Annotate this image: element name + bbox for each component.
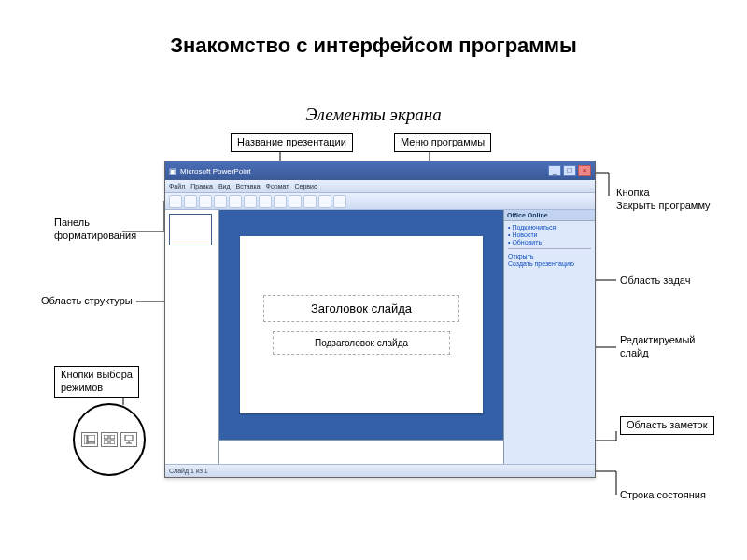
- taskpane-link[interactable]: • Новости: [508, 231, 591, 238]
- menu-bar[interactable]: Файл Правка Вид Вставка Формат Сервис: [165, 180, 595, 193]
- label-taskpane: Область задач: [620, 274, 690, 287]
- label-format-panel: Панель форматирования: [54, 217, 136, 243]
- menu-item[interactable]: Файл: [169, 183, 185, 189]
- view-normal-button[interactable]: [81, 432, 98, 447]
- menu-item[interactable]: Вставка: [236, 183, 261, 189]
- view-sorter-button[interactable]: [101, 432, 118, 447]
- app-window: ▣ Microsoft PowerPoint _ □ × Файл Правка…: [164, 161, 596, 478]
- taskpane-link[interactable]: Создать презентацию: [508, 260, 591, 267]
- slide-thumbnail[interactable]: [169, 214, 212, 245]
- toolbar-button[interactable]: [274, 195, 287, 208]
- maximize-button[interactable]: □: [563, 165, 576, 176]
- menu-item[interactable]: Правка: [190, 183, 213, 189]
- toolbar-button[interactable]: [244, 195, 257, 208]
- title-bar: ▣ Microsoft PowerPoint _ □ ×: [165, 161, 595, 180]
- svg-rect-15: [88, 435, 95, 441]
- svg-rect-14: [84, 435, 87, 444]
- outline-pane[interactable]: [165, 210, 219, 464]
- taskpane-link[interactable]: • Подключиться: [508, 224, 591, 231]
- label-program-menu: Меню программы: [394, 133, 491, 152]
- view-show-button[interactable]: [120, 432, 137, 447]
- label-notes-area: Область заметок: [620, 416, 714, 435]
- svg-rect-17: [104, 435, 108, 439]
- slide-title-placeholder[interactable]: Заголовок слайда: [263, 295, 459, 322]
- taskpane-link[interactable]: • Обновить: [508, 239, 591, 245]
- editable-slide[interactable]: Заголовок слайда Подзаголовок слайда: [240, 236, 483, 413]
- toolbar-button[interactable]: [289, 195, 302, 208]
- toolbar-button[interactable]: [184, 195, 197, 208]
- toolbar-button[interactable]: [169, 195, 182, 208]
- minimize-button[interactable]: _: [548, 165, 561, 176]
- svg-rect-18: [110, 435, 115, 439]
- toolbar-button[interactable]: [318, 195, 331, 208]
- svg-rect-19: [104, 441, 108, 444]
- notes-pane[interactable]: [219, 440, 503, 464]
- menu-item[interactable]: Вид: [218, 183, 231, 189]
- toolbar-button[interactable]: [229, 195, 242, 208]
- editor-area: Заголовок слайда Подзаголовок слайда: [219, 210, 503, 464]
- formatting-toolbar: [165, 193, 595, 210]
- toolbar-button[interactable]: [333, 195, 346, 208]
- label-presentation-title: Название презентации: [231, 133, 353, 152]
- toolbar-button[interactable]: [199, 195, 212, 208]
- view-buttons-magnifier: [73, 403, 146, 476]
- svg-rect-20: [110, 441, 115, 444]
- slide-stage: Заголовок слайда Подзаголовок слайда: [219, 210, 503, 440]
- status-text: Слайд 1 из 1: [169, 468, 208, 474]
- menu-item[interactable]: Сервис: [294, 183, 317, 189]
- menu-item[interactable]: Формат: [266, 183, 289, 189]
- page-title: Знакомство с интерфейсом программы: [0, 34, 747, 58]
- subtitle: Элементы экрана: [0, 105, 747, 125]
- toolbar-button[interactable]: [303, 195, 317, 208]
- label-close-button: Кнопка Закрыть программу: [616, 187, 711, 213]
- label-view-buttons: Кнопки выбора режимов: [54, 366, 139, 398]
- task-pane[interactable]: Office Online • Подключиться • Новости •…: [503, 210, 595, 464]
- app-icon: ▣: [169, 167, 176, 175]
- toolbar-button[interactable]: [214, 195, 227, 208]
- status-bar: Слайд 1 из 1: [165, 464, 595, 477]
- svg-rect-21: [125, 435, 133, 441]
- slide-subtitle-placeholder[interactable]: Подзаголовок слайда: [273, 331, 450, 355]
- label-status-bar: Строка состояния: [620, 489, 706, 502]
- svg-rect-16: [88, 442, 95, 444]
- taskpane-link[interactable]: Открыть: [508, 253, 591, 259]
- label-editable-slide: Редактируемый слайд: [620, 334, 696, 360]
- window-title-text: Microsoft PowerPoint: [180, 167, 251, 175]
- label-outline-area: Область структуры: [41, 295, 133, 308]
- toolbar-button[interactable]: [259, 195, 272, 208]
- close-button[interactable]: ×: [578, 165, 591, 176]
- taskpane-header: Office Online: [504, 210, 595, 221]
- workspace: Заголовок слайда Подзаголовок слайда Off…: [165, 210, 595, 464]
